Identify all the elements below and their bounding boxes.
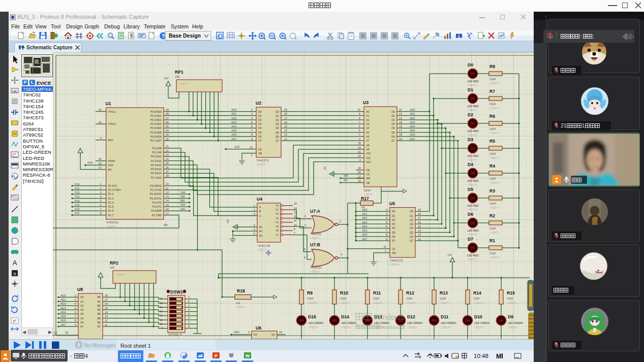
svg-text:D3: D3 [468,137,473,142]
svg-text:A: A [13,259,17,267]
svg-text:4: 4 [341,253,342,256]
svg-text:1: 1 [188,295,190,299]
svg-text:A7: A7 [366,139,369,142]
svg-text:<TEXT>: <TEXT> [467,158,477,161]
svg-text:B6: B6 [98,321,101,324]
svg-text:<TEXT>: <TEXT> [489,156,500,159]
svg-text:5: 5 [359,129,360,132]
svg-text:U1: U1 [106,101,111,106]
svg-text:CE: CE [366,169,370,172]
svg-text:13: 13 [399,117,402,120]
svg-text:R9: R9 [307,290,313,295]
svg-text:AD0: AD0 [234,331,239,334]
svg-text:P3.7/RD: P3.7/RD [151,214,162,217]
svg-text:Windows: Windows [374,313,404,321]
svg-text:U4: U4 [257,196,262,202]
svg-text:WE: WE [366,177,371,180]
svg-text:A4: A4 [80,312,83,315]
svg-text:P3.2/INT0: P3.2/INT0 [150,192,162,195]
svg-text:26: 26 [166,166,169,169]
svg-text:S: S [13,272,16,276]
svg-text:2: 2 [254,208,255,211]
svg-text:P15: P15 [75,204,80,207]
svg-text:P0.2/AD2: P0.2/AD2 [150,118,162,121]
svg-text:P0.1/AD1: P0.1/AD1 [150,114,162,117]
svg-text:P1.2: P1.2 [108,192,114,195]
svg-text:R12: R12 [406,290,414,295]
svg-text:32: 32 [166,138,169,141]
svg-text:18: 18 [99,121,102,124]
svg-text:330R: 330R [340,297,347,300]
svg-text:P3.0/RXD: P3.0/RXD [150,184,162,187]
svg-text:B1: B1 [98,300,101,303]
svg-text:10:48: 10:48 [474,353,488,359]
svg-text:24: 24 [166,157,169,160]
svg-text:2: 2 [251,108,253,111]
svg-text:E2: E2 [259,229,262,233]
svg-text:11: 11 [166,187,168,190]
svg-text:22: 22 [358,179,361,182]
svg-text:<TEXT>: <TEXT> [115,273,126,276]
svg-text:4: 4 [75,302,76,305]
svg-text:4: 4 [251,117,253,120]
svg-text:16: 16 [166,208,169,211]
svg-text:17: 17 [284,117,287,120]
svg-text:<TEXT>: <TEXT> [489,82,500,85]
svg-text:6: 6 [304,256,305,259]
svg-text:P2.2/A10: P2.2/A10 [151,155,162,158]
svg-text:GW: GW [180,191,186,194]
svg-text:6: 6 [254,224,255,227]
svg-text:<TEXT>: <TEXT> [489,181,500,184]
svg-text:AD3: AD3 [60,307,66,310]
svg-text:P2.6/A14: P2.6/A14 [151,172,162,175]
svg-text:U2: U2 [256,101,261,106]
svg-text:19: 19 [284,108,287,111]
svg-text:D7: D7 [392,239,395,242]
svg-text:5: 5 [100,199,102,202]
svg-text:Y1: Y1 [275,208,279,211]
svg-text:23: 23 [166,153,169,156]
svg-text:30: 30 [99,162,102,165]
svg-text:<TEXT>: <TEXT> [467,208,477,211]
svg-text:AD3: AD3 [410,121,415,124]
svg-text:AD6: AD6 [60,319,66,322]
svg-text:A4: A4 [366,126,369,129]
svg-text:Windows: Windows [381,325,400,330]
svg-text:330R: 330R [473,297,480,300]
svg-text:DIPSW_8: DIPSW_8 [168,333,182,336]
svg-text:23: 23 [358,154,361,157]
svg-text:26: 26 [358,171,361,174]
svg-text:LED-RED: LED-RED [467,154,479,157]
svg-text:7: 7 [294,232,295,235]
svg-text:7: 7 [100,208,102,211]
svg-text:RP2: RP2 [110,260,118,266]
svg-text:LED-RED: LED-RED [467,129,479,133]
svg-text:3: 3 [254,212,255,215]
svg-text:P0.3/AD3: P0.3/AD3 [150,122,162,125]
svg-text:2: 2 [248,331,250,334]
svg-text:25: 25 [166,161,169,164]
svg-text:P11: P11 [75,187,79,190]
svg-text:<TEXT>: <TEXT> [467,134,477,137]
svg-text:A11: A11 [366,156,371,159]
svg-text:<TEXT>: <TEXT> [406,302,416,305]
svg-text:Q1: Q1 [275,114,279,117]
svg-text:16: 16 [284,121,287,124]
svg-text:R3: R3 [489,188,495,193]
svg-text:A0: A0 [80,295,83,299]
svg-text:<TEXT>: <TEXT> [440,302,450,305]
svg-text:LED-RED: LED-RED [467,179,479,182]
svg-text:RD: RD [164,223,168,226]
svg-text:Q0: Q0 [271,333,275,336]
svg-text:2: 2 [75,294,76,297]
svg-text:A9: A9 [366,148,369,151]
svg-text:<TEXT>: <TEXT> [341,326,351,329]
svg-text:P14: P14 [75,200,80,203]
svg-text:12: 12 [105,319,108,322]
svg-text:+5V: +5V [324,166,326,171]
svg-text:D6: D6 [391,135,395,138]
svg-text:<TEXT>: <TEXT> [441,326,451,329]
svg-text:AD7: AD7 [362,238,367,241]
svg-text:A2: A2 [80,304,83,307]
svg-text:P17: P17 [75,212,80,215]
